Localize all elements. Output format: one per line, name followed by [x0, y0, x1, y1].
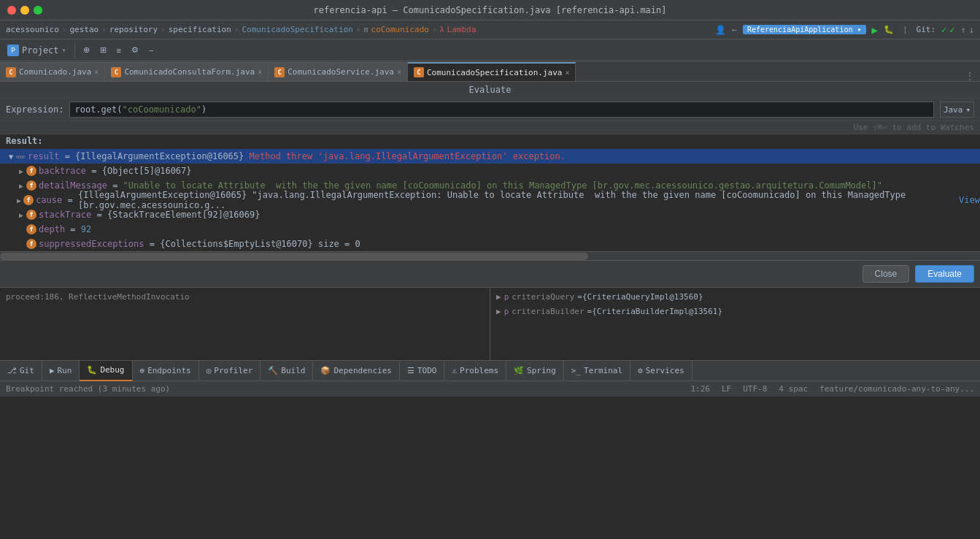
- close-button[interactable]: [7, 6, 16, 15]
- bottom-tab-debug[interactable]: 🐛 Debug: [80, 361, 132, 381]
- project-label-text: Project: [22, 45, 59, 56]
- language-dropdown[interactable]: Java ▾: [940, 102, 974, 118]
- tab-consulta[interactable]: C ComunicadoConsultaForm.java ×: [105, 62, 269, 81]
- expression-label: Expression:: [6, 104, 63, 115]
- run-config-label[interactable]: ReferenciaApiApplication ▾: [743, 25, 866, 34]
- tab-specification[interactable]: C ComunicadoSpecification.java ×: [408, 62, 576, 81]
- bottom-tab-endpoints[interactable]: ⊕ Endpoints: [133, 361, 199, 381]
- breadcrumb-method[interactable]: coComunicado: [371, 25, 428, 34]
- spring-icon: 🌿: [514, 366, 524, 375]
- breadcrumb-specification[interactable]: specification: [169, 25, 231, 34]
- evaluate-hint: Use ⇧⌘⏎ to add to Watches: [0, 121, 980, 134]
- git-checkmark[interactable]: ✓: [941, 25, 946, 35]
- debug-tab-icon: 🐛: [87, 365, 97, 375]
- bottom-tab-build[interactable]: 🔨 Build: [261, 361, 313, 381]
- todo-label: TODO: [417, 366, 437, 375]
- evaluate-button[interactable]: Evaluate: [915, 265, 974, 283]
- breadcrumb-acessounico[interactable]: acessounico: [6, 25, 59, 34]
- tab-label-specification: ComunicadoSpecification.java: [427, 68, 562, 77]
- profiler-icon: ◎: [207, 366, 212, 375]
- tab-icon-specification: C: [414, 67, 424, 77]
- title-bar: referencia-api – ComunicadoSpecification…: [0, 0, 980, 20]
- breadcrumb-class[interactable]: ComunicadoSpecification: [242, 25, 352, 34]
- close-button[interactable]: Close: [863, 265, 910, 283]
- tab-comunicado[interactable]: C Comunicado.java ×: [0, 62, 105, 81]
- tree-row-cause[interactable]: ▶ f cause = {IllegalArgumentException@16…: [0, 193, 980, 207]
- breadcrumb-lambda[interactable]: Lambda: [447, 25, 477, 34]
- git-push[interactable]: ↑: [961, 25, 966, 35]
- bottom-tab-problems[interactable]: ⚠ Problems: [444, 361, 506, 381]
- tab-close-specification[interactable]: ×: [565, 69, 569, 77]
- tab-label-comunicado: Comunicado.java: [19, 67, 91, 77]
- bottom-code-row-1: proceed:186, ReflectiveMethodInvocatio: [0, 289, 490, 304]
- tree-arrow-backtrace[interactable]: ▶: [16, 167, 26, 175]
- window-controls[interactable]: [7, 6, 42, 15]
- tree-row-root[interactable]: ▼ ∞∞ result = {IllegalArgumentException@…: [0, 149, 980, 164]
- toolbar-icon-back[interactable]: ←: [732, 25, 737, 35]
- tree-row-backtrace[interactable]: ▶ f backtrace = {Object[5]@16067}: [0, 164, 980, 178]
- profiler-label: Profiler: [214, 366, 252, 375]
- breadcrumb-gestao[interactable]: gestao: [69, 25, 99, 34]
- status-indent[interactable]: 4 spac: [779, 384, 808, 394]
- git-pull[interactable]: ↓: [969, 25, 974, 35]
- bottom-tab-terminal[interactable]: >_ Terminal: [564, 361, 630, 381]
- field-icon-depth: f: [26, 224, 36, 234]
- tree-row-suppressed[interactable]: f suppressedExceptions = {Collections$Em…: [0, 237, 980, 251]
- tree-arrow-root[interactable]: ▼: [6, 153, 16, 161]
- toolbar-btn-minus[interactable]: −: [144, 45, 158, 56]
- status-linefeed[interactable]: LF: [722, 384, 731, 394]
- status-position[interactable]: 1:26: [690, 384, 710, 394]
- toolbar-icon-person[interactable]: 👤: [715, 25, 726, 35]
- bottom-tab-services[interactable]: ⚙ Services: [630, 361, 692, 381]
- scroll-thumb[interactable]: [0, 253, 588, 260]
- status-encoding[interactable]: UTF-8: [743, 384, 767, 394]
- tab-close-service[interactable]: ×: [397, 68, 401, 76]
- bottom-tab-spring[interactable]: 🌿 Spring: [506, 361, 564, 381]
- bottom-tab-todo[interactable]: ☰ TODO: [400, 361, 445, 381]
- spring-label: Spring: [527, 366, 556, 375]
- terminal-icon: >_: [571, 366, 581, 375]
- toolbar-btn-settings[interactable]: ⚙: [127, 44, 143, 56]
- tab-close-consulta[interactable]: ×: [258, 68, 262, 76]
- expression-row: Expression: root.get("coCoomunicado") Ja…: [0, 99, 980, 121]
- terminal-label: Terminal: [584, 366, 622, 375]
- bottom-toolbar: ⎇ Git ▶ Run 🐛 Debug ⊕ Endpoints ◎ Profil…: [0, 360, 980, 381]
- bottom-tab-run[interactable]: ▶ Run: [42, 361, 80, 381]
- tab-service[interactable]: C ComunicadoService.java ×: [269, 62, 408, 81]
- bottom-tab-git[interactable]: ⎇ Git: [0, 361, 42, 381]
- tree-arrow-stacktrace[interactable]: ▶: [16, 211, 26, 219]
- horizontal-scrollbar[interactable]: [0, 251, 980, 260]
- git-checkmark2[interactable]: ✓: [949, 25, 954, 35]
- dependencies-label: Dependencies: [333, 366, 391, 375]
- tree-row-depth[interactable]: f depth = 92: [0, 222, 980, 237]
- run-tab-label: Run: [58, 366, 72, 375]
- tab-more-button[interactable]: ⋮: [960, 71, 980, 81]
- view-link-cause[interactable]: View: [954, 195, 980, 205]
- debug-button[interactable]: 🐛: [884, 25, 894, 34]
- tree-arrow-detailmessage[interactable]: ▶: [16, 182, 26, 190]
- toolbar-btn-plus[interactable]: ⊕: [79, 44, 94, 56]
- maximize-button[interactable]: [34, 6, 42, 15]
- todo-icon: ☰: [407, 366, 414, 375]
- status-text: Breakpoint reached (3 minutes ago): [6, 384, 170, 394]
- bottom-tab-dependencies[interactable]: 📦 Dependencies: [313, 361, 399, 381]
- run-tab-icon: ▶: [50, 366, 55, 375]
- status-branch[interactable]: feature/comunicado-any-to-any...: [819, 384, 974, 394]
- language-label: Java: [944, 105, 963, 115]
- breadcrumb-repository[interactable]: repository: [109, 25, 158, 34]
- problems-icon: ⚠: [452, 366, 457, 375]
- project-panel-label[interactable]: P Project ▾: [3, 43, 71, 58]
- toolbar-btn-sort[interactable]: ≡: [112, 45, 126, 56]
- field-icon-backtrace: f: [26, 166, 36, 176]
- problems-label: Problems: [460, 366, 498, 375]
- bottom-tab-profiler[interactable]: ◎ Profiler: [199, 361, 261, 381]
- minimize-button[interactable]: [20, 6, 29, 15]
- tab-bar: C Comunicado.java × C ComunicadoConsulta…: [0, 61, 980, 82]
- services-icon: ⚙: [638, 366, 643, 375]
- tab-close-comunicado[interactable]: ×: [94, 68, 99, 76]
- endpoints-icon: ⊕: [140, 366, 145, 375]
- expression-input[interactable]: root.get("coCoomunicado"): [69, 102, 933, 118]
- run-button[interactable]: ▶: [872, 24, 878, 36]
- tree-arrow-cause[interactable]: ▶: [15, 196, 24, 204]
- toolbar-btn-layout[interactable]: ⊞: [96, 44, 111, 56]
